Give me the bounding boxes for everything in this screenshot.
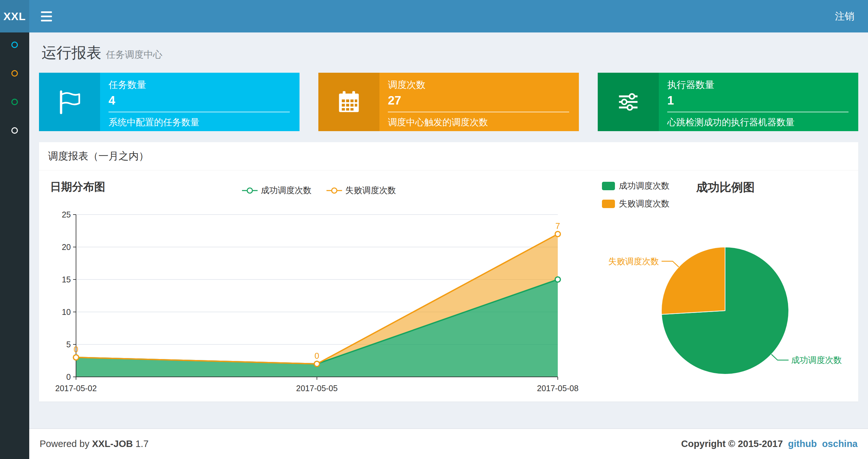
data-point[interactable] xyxy=(314,361,320,366)
circle-icon[interactable] xyxy=(11,99,18,105)
navbar-content: 注销 xyxy=(29,0,868,32)
hamburger-icon xyxy=(41,15,52,17)
success-ratio-pie-chart[interactable]: 成功调度次数失败调度次数 xyxy=(591,212,864,394)
y-tick-label: 0 xyxy=(66,372,71,382)
pie-legend-item-success[interactable]: 成功调度次数 xyxy=(602,180,670,192)
info-box-value: 27 xyxy=(388,94,569,107)
info-box-divider xyxy=(108,112,290,112)
y-tick-label: 25 xyxy=(62,210,71,219)
info-box-body: 调度次数 27 调度中心触发的调度次数 xyxy=(379,73,579,131)
pie-slice-label: 成功调度次数 xyxy=(791,355,842,365)
powered-prefix: Powered by xyxy=(40,438,89,449)
xxl-logo[interactable]: XXL xyxy=(0,0,29,32)
circle-icon[interactable] xyxy=(11,70,18,76)
footer: Powered by XXL-JOB 1.7 Copyright © 2015-… xyxy=(29,428,868,459)
pie-chart-legend: 成功调度次数 失败调度次数 xyxy=(602,180,670,209)
info-box-value: 4 xyxy=(108,94,290,107)
point-label: 7 xyxy=(556,221,560,231)
info-box-desc: 调度中心触发的调度次数 xyxy=(388,116,569,129)
data-point[interactable] xyxy=(555,277,560,282)
page-subtitle: 任务调度中心 xyxy=(106,50,162,60)
oschina-link[interactable]: oschina xyxy=(822,438,858,449)
legend-label: 失败调度次数 xyxy=(619,198,670,209)
x-tick-label: 2017-05-05 xyxy=(296,384,338,393)
data-point[interactable] xyxy=(73,355,79,360)
info-box-value: 1 xyxy=(667,94,848,107)
info-box-body: 执行器数量 1 心跳检测成功的执行器机器数量 xyxy=(659,73,858,131)
y-tick-label: 10 xyxy=(62,307,71,317)
github-link[interactable]: github xyxy=(788,438,817,449)
calendar-icon xyxy=(318,73,379,131)
data-point[interactable] xyxy=(555,231,560,237)
pie-chart-title: 成功比例图 xyxy=(696,179,755,195)
report-panel: 调度报表（一月之内） 日期分布图 成功调度次数 xyxy=(39,142,858,401)
legend-label: 失败调度次数 xyxy=(345,185,396,196)
pie-slice-label: 失败调度次数 xyxy=(609,257,659,266)
panel-body: 日期分布图 成功调度次数 失败调度次数 xyxy=(39,170,858,401)
legend-label: 成功调度次数 xyxy=(619,180,670,192)
info-box-body: 任务数量 4 系统中配置的任务数量 xyxy=(100,73,300,131)
line-chart-title: 日期分布图 xyxy=(50,179,105,194)
point-label: 0 xyxy=(74,345,78,354)
hamburger-icon xyxy=(41,11,52,13)
y-tick-label: 20 xyxy=(62,242,71,252)
top-navbar: XXL 注销 xyxy=(0,0,868,32)
info-box-executors: 执行器数量 1 心跳检测成功的执行器机器数量 xyxy=(598,73,858,131)
app-window: XXL 注销 运行报表任务调度中心 xyxy=(0,0,868,459)
y-tick-label: 15 xyxy=(62,275,71,284)
copyright-text: Copyright © 2015-2017 xyxy=(681,438,783,449)
info-box-divider xyxy=(388,112,569,112)
info-box-title: 执行器数量 xyxy=(667,78,848,92)
sliders-icon xyxy=(598,73,659,131)
pie-label-line xyxy=(772,355,789,360)
brand-name: XXL-JOB xyxy=(92,438,133,449)
legend-item-fail[interactable]: 失败调度次数 xyxy=(327,185,396,196)
sidebar xyxy=(0,32,29,459)
info-box-divider xyxy=(667,112,848,112)
date-distribution-chart[interactable]: 05101520252017-05-022017-05-052017-05-08… xyxy=(39,202,598,401)
powered-by: Powered by XXL-JOB 1.7 xyxy=(40,438,149,449)
pie-legend-item-fail[interactable]: 失败调度次数 xyxy=(602,198,670,209)
pie-slice[interactable] xyxy=(661,247,725,314)
line-chart-legend: 成功调度次数 失败调度次数 xyxy=(242,185,396,196)
menu-toggle-button[interactable] xyxy=(41,11,55,22)
info-box-triggers: 调度次数 27 调度中心触发的调度次数 xyxy=(318,73,579,131)
version-label: 1.7 xyxy=(135,438,149,449)
legend-item-success[interactable]: 成功调度次数 xyxy=(242,185,312,196)
footer-right: Copyright © 2015-2017 github oschina xyxy=(681,438,858,449)
line-marker-icon xyxy=(327,186,342,195)
info-box-desc: 系统中配置的任务数量 xyxy=(108,116,290,129)
info-box-desc: 心跳检测成功的执行器机器数量 xyxy=(667,116,848,129)
legend-label: 成功调度次数 xyxy=(261,185,312,196)
legend-swatch xyxy=(602,200,615,208)
x-tick-label: 2017-05-02 xyxy=(55,384,97,393)
page-title: 运行报表 xyxy=(41,44,101,61)
info-box-title: 调度次数 xyxy=(388,78,569,92)
x-tick-label: 2017-05-08 xyxy=(537,384,579,393)
flag-icon xyxy=(39,73,100,131)
panel-title: 调度报表（一月之内） xyxy=(39,142,858,170)
main-content: 运行报表任务调度中心 任务数量 4 系统中配置的任务数量 xyxy=(29,32,868,401)
info-box-title: 任务数量 xyxy=(108,78,290,92)
legend-swatch xyxy=(602,182,615,190)
pie-label-line xyxy=(662,261,679,267)
logout-button[interactable]: 注销 xyxy=(833,10,856,23)
y-tick-label: 5 xyxy=(66,340,71,349)
info-box-row: 任务数量 4 系统中配置的任务数量 xyxy=(39,73,858,131)
info-box-jobs: 任务数量 4 系统中配置的任务数量 xyxy=(39,73,300,131)
line-marker-icon xyxy=(242,186,258,195)
page-header: 运行报表任务调度中心 xyxy=(41,43,858,63)
point-label: 0 xyxy=(314,351,319,361)
circle-icon[interactable] xyxy=(11,127,18,134)
hamburger-icon xyxy=(41,20,52,22)
circle-icon[interactable] xyxy=(11,41,18,48)
